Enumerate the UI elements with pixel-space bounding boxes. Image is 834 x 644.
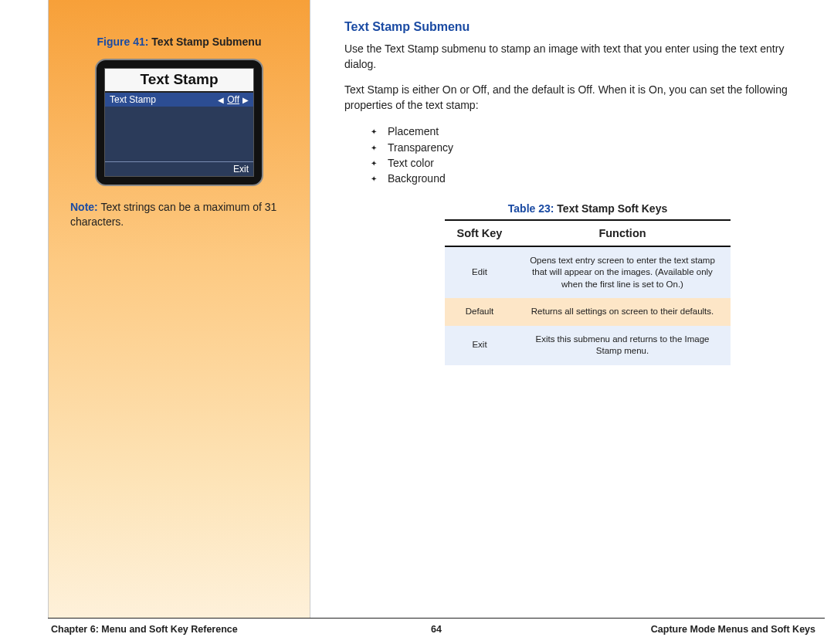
softkey-table: Soft Key Function Edit Opens text entry … <box>445 219 731 365</box>
list-item: Placement <box>371 124 811 139</box>
lcd-row-textstamp: Text Stamp ◀ Off ▶ <box>105 93 253 107</box>
cell-key: Default <box>445 298 514 326</box>
lcd-screenshot: Text Stamp Text Stamp ◀ Off ▶ Exit <box>95 59 263 186</box>
softkey-table-wrap: Table 23: Text Stamp Soft Keys Soft Key … <box>445 202 731 365</box>
list-item: Background <box>371 171 811 186</box>
table-row: Default Returns all settings on screen t… <box>445 298 731 326</box>
properties-list: Placement Transparency Text color Backgr… <box>371 124 811 186</box>
chevron-left-icon: ◀ <box>218 96 224 104</box>
col-header-softkey: Soft Key <box>445 220 514 246</box>
footer-right: Capture Mode Menus and Soft Keys <box>651 624 815 635</box>
list-item: Transparency <box>371 140 811 155</box>
footer-page-number: 64 <box>431 624 442 635</box>
intro-para-2: Text Stamp is either On or Off, and the … <box>344 83 811 113</box>
figure-label: Figure 41: <box>97 36 149 48</box>
table-caption: Table 23: Text Stamp Soft Keys <box>445 202 731 215</box>
list-item: Text color <box>371 155 811 171</box>
note-text: Note: Text strings can be a maximum of 3… <box>70 200 288 229</box>
footer-left: Chapter 6: Menu and Soft Key Reference <box>51 624 238 635</box>
sidebar-figure-panel: Figure 41: Text Stamp Submenu Text Stamp… <box>48 0 310 644</box>
lcd-row-label: Text Stamp <box>110 94 156 105</box>
figure-caption: Figure 41: Text Stamp Submenu <box>70 36 288 48</box>
table-label: Table 23: <box>508 202 554 215</box>
note-label: Note: <box>70 201 98 213</box>
note-body: Text strings can be a maximum of 31 char… <box>70 201 276 228</box>
cell-fn: Opens text entry screen to enter the tex… <box>514 246 731 299</box>
main-content: Text Stamp Submenu Use the Text Stamp su… <box>310 0 834 644</box>
table-row: Exit Exits this submenu and returns to t… <box>445 326 731 365</box>
chevron-right-icon: ▶ <box>242 96 249 104</box>
table-row: Edit Opens text entry screen to enter th… <box>445 246 731 299</box>
col-header-function: Function <box>514 220 731 246</box>
lcd-row-value: Off <box>227 94 239 105</box>
cell-key: Edit <box>445 246 514 299</box>
cell-key: Exit <box>445 326 514 365</box>
cell-fn: Exits this submenu and returns to the Im… <box>514 326 731 365</box>
cell-fn: Returns all settings on screen to their … <box>514 298 731 326</box>
lcd-footer: Exit <box>105 161 253 176</box>
intro-para-1: Use the Text Stamp submenu to stamp an i… <box>344 42 811 72</box>
page-footer: Chapter 6: Menu and Soft Key Reference 6… <box>48 618 825 644</box>
lcd-title: Text Stamp <box>105 69 253 93</box>
table-title: Text Stamp Soft Keys <box>554 202 667 215</box>
section-heading: Text Stamp Submenu <box>344 20 811 34</box>
figure-title: Text Stamp Submenu <box>148 36 261 48</box>
